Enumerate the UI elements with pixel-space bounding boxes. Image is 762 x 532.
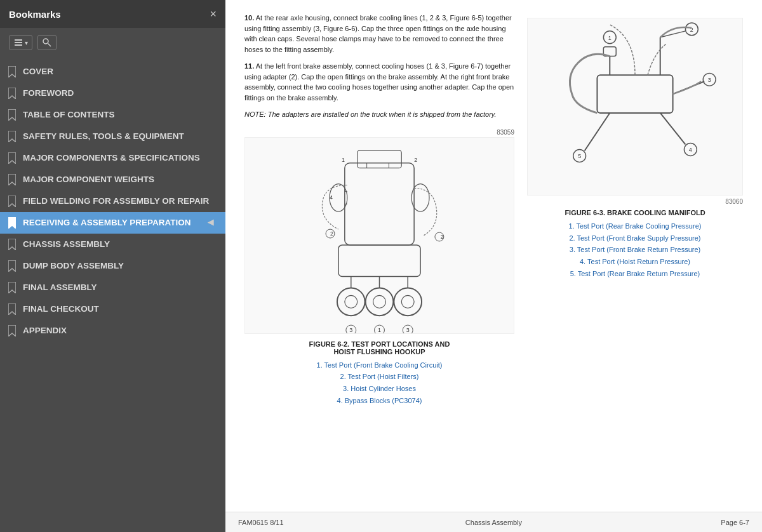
sidebar-item-final-checkout[interactable]: FINAL CHECKOUT bbox=[0, 298, 225, 320]
svg-marker-14 bbox=[8, 260, 16, 272]
sidebar-item-chassis[interactable]: CHASSIS ASSEMBLY bbox=[0, 234, 225, 255]
figure-6-2-diagram: 1 3 3 2 2 1 2 4 bbox=[244, 137, 514, 334]
sidebar-item-label-safety: SAFETY RULES, TOOLS & EQUIPMENT bbox=[23, 131, 217, 142]
svg-rect-2 bbox=[15, 44, 22, 46]
footer-left: FAM0615 8/11 bbox=[238, 519, 408, 526]
bookmark-icon-chassis bbox=[6, 238, 18, 251]
svg-rect-26 bbox=[338, 244, 420, 276]
bookmark-icon-appendix bbox=[6, 324, 18, 337]
sidebar-item-label-final-checkout: FINAL CHECKOUT bbox=[23, 303, 217, 315]
bookmark-icon-final-assembly bbox=[6, 281, 18, 294]
svg-point-27 bbox=[337, 288, 365, 316]
figure-6-2-caption: FIGURE 6-2. TEST PORT LOCATIONS ANDHOIST… bbox=[244, 340, 514, 356]
svg-rect-0 bbox=[15, 39, 22, 41]
sidebar-item-major-weights[interactable]: MAJOR COMPONENT WEIGHTS bbox=[0, 169, 225, 190]
sidebar-item-arrow-receiving: ◀ bbox=[208, 218, 217, 228]
svg-text:4: 4 bbox=[689, 147, 692, 153]
svg-marker-15 bbox=[8, 282, 16, 293]
sidebar-item-toc[interactable]: TABLE OF CONTENTS bbox=[0, 104, 225, 126]
figure-6-3-list: 1. Test Port (Rear Brake Cooling Pressur… bbox=[527, 220, 743, 279]
bookmark-icon-major-comp bbox=[6, 152, 18, 164]
figure-6-2-number: 83059 bbox=[244, 129, 514, 136]
footer-center: Chassis Assembly bbox=[408, 519, 578, 526]
step-11-num: 11. bbox=[244, 62, 254, 70]
sidebar-item-label-major-comp: MAJOR COMPONENTS & SPECIFICATIONS bbox=[23, 152, 217, 164]
step-10-num: 10. bbox=[244, 14, 254, 22]
search-bookmark-button[interactable] bbox=[37, 35, 57, 50]
svg-point-28 bbox=[345, 295, 358, 308]
step-10: 10. At the rear axle housing, connect br… bbox=[244, 13, 514, 55]
svg-text:3: 3 bbox=[349, 327, 352, 333]
svg-marker-12 bbox=[8, 217, 16, 229]
sidebar-item-label-cover: COVER bbox=[23, 66, 217, 77]
footer-bar: FAM0615 8/11 Chassis Assembly Page 6-7 bbox=[225, 512, 762, 532]
figure-6-3-list-item: 5. Test Port (Rear Brake Return Pressure… bbox=[527, 268, 743, 280]
svg-marker-10 bbox=[8, 174, 16, 185]
bookmark-icon-toc bbox=[6, 109, 18, 121]
svg-text:2: 2 bbox=[330, 230, 333, 237]
svg-text:4: 4 bbox=[330, 194, 333, 201]
sidebar-item-receiving[interactable]: RECEIVING & ASSEMBLY PREPARATION◀ bbox=[0, 212, 225, 234]
step-11: 11. At the left front brake assembly, co… bbox=[244, 61, 514, 103]
svg-marker-5 bbox=[8, 66, 16, 77]
figure-6-3-list-item: 4. Test Port (Hoist Return Pressure) bbox=[527, 256, 743, 268]
sidebar-item-label-final-assembly: FINAL ASSEMBLY bbox=[23, 282, 217, 293]
bookmark-list: COVERFOREWORDTABLE OF CONTENTSSAFETY RUL… bbox=[0, 57, 225, 532]
sidebar-item-major-comp[interactable]: MAJOR COMPONENTS & SPECIFICATIONS bbox=[0, 147, 225, 169]
sidebar-item-dump-body[interactable]: DUMP BODY ASSEMBLY bbox=[0, 255, 225, 277]
document-content: 10. At the rear axle housing, connect br… bbox=[244, 13, 743, 411]
sidebar-item-appendix[interactable]: APPENDIX bbox=[0, 320, 225, 342]
sidebar-item-foreword[interactable]: FOREWORD bbox=[0, 83, 225, 104]
svg-marker-8 bbox=[8, 131, 16, 142]
sidebar-item-cover[interactable]: COVER bbox=[0, 61, 225, 83]
svg-marker-11 bbox=[8, 196, 16, 207]
svg-point-30 bbox=[401, 295, 414, 308]
sidebar-item-label-chassis: CHASSIS ASSEMBLY bbox=[23, 239, 217, 250]
svg-marker-17 bbox=[8, 325, 16, 336]
svg-point-32 bbox=[373, 295, 386, 308]
svg-rect-19 bbox=[358, 150, 402, 168]
svg-text:1: 1 bbox=[608, 35, 612, 41]
list-icon bbox=[13, 37, 23, 48]
sidebar-item-field-welding[interactable]: FIELD WELDING FOR ASSEMBLY OR REPAIR bbox=[0, 190, 225, 212]
footer-right: Page 6-7 bbox=[579, 519, 749, 526]
bookmark-icon-safety bbox=[6, 130, 18, 143]
sidebar: Bookmarks × ▾ COVERFOREWORDTABLE OF CONT… bbox=[0, 0, 225, 532]
svg-text:1: 1 bbox=[378, 327, 381, 333]
sidebar-item-final-assembly[interactable]: FINAL ASSEMBLY bbox=[0, 277, 225, 298]
svg-rect-18 bbox=[345, 163, 414, 244]
step-11-text: At the left front brake assembly, connec… bbox=[244, 62, 514, 102]
svg-line-64 bbox=[585, 113, 610, 151]
svg-marker-7 bbox=[8, 109, 16, 121]
figure-6-2-list-item: 2. Test Port (Hoist Filters) bbox=[244, 371, 514, 383]
figure-6-3-diagram: 1 2 3 4 bbox=[527, 18, 743, 196]
figure-6-3-list-item: 3. Test Port (Front Brake Return Pressur… bbox=[527, 244, 743, 256]
sidebar-item-label-major-weights: MAJOR COMPONENT WEIGHTS bbox=[23, 174, 217, 185]
sidebar-item-safety[interactable]: SAFETY RULES, TOOLS & EQUIPMENT bbox=[0, 126, 225, 147]
figure-6-3-number: 83060 bbox=[527, 198, 743, 205]
figure-6-3-caption: FIGURE 6-3. BRAKE COOLING MANIFOLD bbox=[527, 209, 743, 216]
left-column: 10. At the rear axle housing, connect br… bbox=[244, 13, 514, 411]
sidebar-close-button[interactable]: × bbox=[210, 8, 217, 20]
figure-6-3-list-item: 2. Test Port (Front Brake Supply Pressur… bbox=[527, 232, 743, 244]
svg-point-3 bbox=[43, 39, 48, 44]
svg-line-61 bbox=[660, 113, 686, 145]
figure-6-3-list-item: 1. Test Port (Rear Brake Cooling Pressur… bbox=[527, 220, 743, 232]
svg-point-31 bbox=[366, 288, 394, 316]
svg-marker-13 bbox=[8, 239, 16, 250]
svg-text:3: 3 bbox=[708, 77, 711, 83]
bookmark-icon-major-weights bbox=[6, 173, 18, 186]
bookmark-icon-dump-body bbox=[6, 260, 18, 272]
view-options-button[interactable]: ▾ bbox=[9, 35, 32, 50]
bookmark-icon-receiving bbox=[6, 216, 18, 229]
svg-rect-1 bbox=[15, 42, 22, 43]
figure-6-2-list-item: 4. Bypass Blocks (PC3074) bbox=[244, 395, 514, 407]
right-column: 1 2 3 4 bbox=[527, 13, 743, 411]
content-area: 10. At the rear axle housing, connect br… bbox=[225, 0, 762, 512]
sidebar-item-label-toc: TABLE OF CONTENTS bbox=[23, 109, 217, 121]
figure-6-2-container: 83059 bbox=[244, 129, 514, 407]
sidebar-item-label-appendix: APPENDIX bbox=[23, 325, 217, 336]
svg-text:5: 5 bbox=[578, 153, 581, 159]
sidebar-item-label-foreword: FOREWORD bbox=[23, 88, 217, 99]
svg-marker-9 bbox=[8, 152, 16, 164]
